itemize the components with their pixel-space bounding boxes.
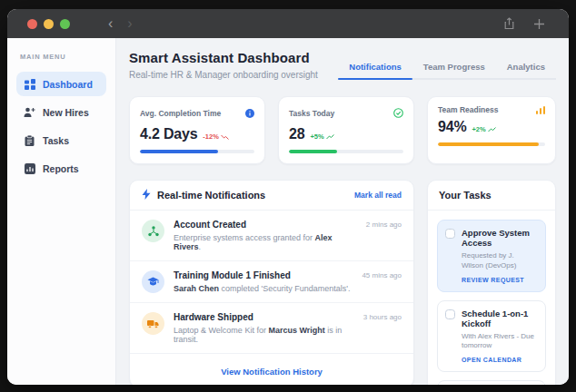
stat-trend: +5% [310, 132, 333, 141]
person-name: Marcus Wright [268, 326, 324, 335]
your-tasks-panel: Your Tasks Approve System Access Request… [427, 180, 556, 385]
zoom-window-button[interactable] [60, 19, 70, 29]
app-window: ‹ › MAIN MENU [7, 9, 569, 385]
sidebar: MAIN MENU Dashboard New Hires [7, 38, 116, 385]
stats-row: Avg. Completion Time 4.2 Days -12% [129, 96, 556, 164]
notification-timestamp: 45 mins ago [362, 271, 402, 293]
stat-progress-track [140, 150, 254, 153]
notifications-panel-title: Real-time Notifications [157, 190, 265, 201]
notification-desc: Laptop & Welcome Kit for Marcus Wright i… [174, 326, 354, 344]
notification-desc: Sarah Chen completed 'Security Fundament… [174, 284, 353, 293]
trend-up-icon [488, 127, 496, 132]
minimize-window-button[interactable] [44, 19, 54, 29]
stat-progress-track [438, 142, 545, 146]
task-card[interactable]: Review Hardware Request New laptop for M… [437, 380, 546, 385]
notification-desc: Enterprise systems access granted for Al… [174, 233, 357, 251]
sidebar-item-label: New Hires [43, 107, 89, 118]
task-card[interactable]: Approve System Access Requested by J. Wi… [437, 220, 546, 292]
sidebar-item-dashboard[interactable]: Dashboard [16, 72, 106, 96]
truck-icon [142, 312, 164, 335]
stat-progress-fill [438, 142, 539, 146]
tab-team-progress[interactable]: Team Progress [412, 56, 496, 78]
task-card[interactable]: Schedule 1-on-1 Kickoff With Alex Rivers… [437, 300, 546, 373]
user-network-icon [142, 220, 164, 242]
your-tasks-title: Your Tasks [439, 190, 492, 201]
notification-timestamp: 3 hours ago [363, 313, 402, 344]
task-action-link[interactable]: OPEN CALENDAR [462, 357, 538, 363]
stat-label: Avg. Completion Time [140, 109, 221, 118]
mark-all-read-link[interactable]: Mark all read [354, 191, 402, 200]
stat-trend: +2% [472, 125, 495, 133]
tab-analytics[interactable]: Analytics [496, 56, 556, 78]
notification-item[interactable]: Training Module 1 Finished Sarah Chen co… [130, 261, 413, 303]
stat-label: Tasks Today [289, 109, 334, 118]
info-icon[interactable] [245, 105, 254, 122]
task-subtitle: Requested by J. Wilson (DevOps) [462, 251, 538, 271]
stat-progress-fill [289, 150, 337, 153]
notification-item[interactable]: Hardware Shipped Laptop & Welcome Kit fo… [130, 303, 413, 353]
sidebar-section-label: MAIN MENU [20, 53, 106, 61]
tab-bar: Notifications Team Progress Analytics [338, 56, 556, 80]
sidebar-item-tasks[interactable]: Tasks [16, 128, 106, 152]
lightning-bolt-icon [142, 189, 151, 201]
person-name: Sarah Chen [174, 284, 219, 293]
page-title: Smart Assistant Dashboard [129, 50, 318, 65]
stat-label: Team Readiness [438, 105, 498, 114]
traffic-lights [27, 19, 70, 29]
notification-title: Hardware Shipped [174, 312, 354, 322]
stat-progress-fill [140, 150, 218, 153]
graduation-cap-icon [142, 270, 164, 293]
grid-icon [24, 78, 35, 90]
view-notification-history-link[interactable]: View Notification History [221, 367, 323, 377]
task-checkbox[interactable] [445, 229, 455, 239]
task-action-link[interactable]: REVIEW REQUEST [462, 277, 538, 283]
check-circle-icon [393, 105, 403, 122]
stat-trend: -12% [203, 132, 229, 141]
notification-timestamp: 2 mins ago [366, 220, 402, 251]
clipboard-icon [24, 134, 35, 146]
tab-notifications[interactable]: Notifications [338, 56, 412, 78]
stat-value: 94% [438, 119, 466, 135]
notifications-panel: Real-time Notifications Mark all read [129, 180, 414, 385]
stat-progress-track [289, 150, 403, 153]
back-icon[interactable]: ‹ [108, 16, 113, 31]
chart-icon [24, 162, 35, 174]
new-tab-icon[interactable] [533, 18, 545, 30]
sidebar-item-label: Reports [43, 163, 79, 174]
notification-title: Training Module 1 Finished [174, 270, 353, 280]
trend-up-icon [326, 134, 334, 140]
stat-value: 4.2 Days [140, 126, 197, 142]
stat-card-avg-completion: Avg. Completion Time 4.2 Days -12% [129, 96, 265, 164]
stat-card-team-readiness: Team Readiness 94% +2% [427, 96, 556, 164]
stat-value: 28 [289, 126, 304, 142]
sidebar-item-label: Dashboard [43, 79, 93, 90]
task-subtitle: With Alex Rivers - Due tomorrow [462, 332, 538, 352]
page-subtitle: Real-time HR & Manager onboarding oversi… [129, 70, 318, 80]
notification-item[interactable]: Account Created Enterprise systems acces… [130, 211, 413, 261]
sidebar-item-new-hires[interactable]: New Hires [16, 100, 106, 124]
user-plus-icon [24, 106, 35, 118]
forward-icon[interactable]: › [127, 16, 132, 31]
share-icon[interactable] [503, 17, 515, 30]
task-title: Approve System Access [462, 228, 538, 248]
sidebar-item-label: Tasks [43, 135, 69, 146]
close-window-button[interactable] [27, 19, 37, 29]
main-content: Smart Assistant Dashboard Real-time HR &… [116, 38, 569, 385]
sidebar-item-reports[interactable]: Reports [16, 156, 106, 181]
bar-chart-icon [536, 106, 546, 114]
notification-title: Account Created [174, 220, 357, 230]
task-title: Schedule 1-on-1 Kickoff [462, 309, 538, 328]
trend-down-icon [221, 134, 229, 140]
task-checkbox[interactable] [445, 309, 455, 319]
titlebar: ‹ › [7, 9, 569, 38]
stat-card-tasks-today: Tasks Today 28 +5% [278, 96, 414, 164]
